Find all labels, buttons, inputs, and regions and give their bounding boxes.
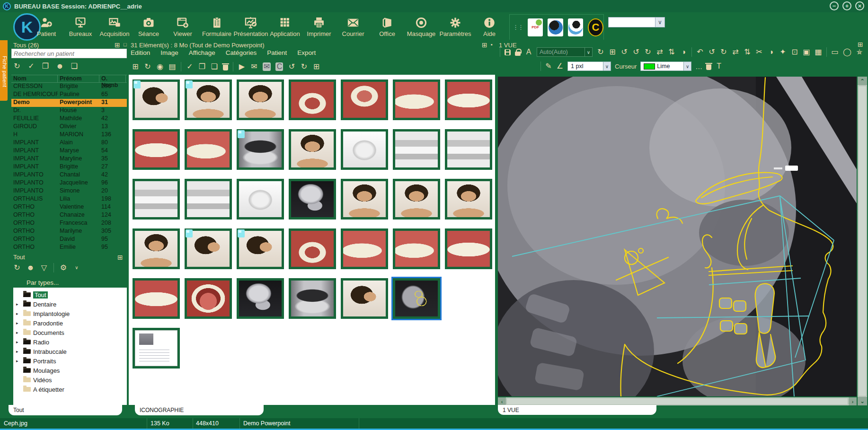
rotate-cw-icon[interactable]: ↻	[720, 48, 727, 56]
viewer-horizontal-scrollbar[interactable]: ‹ ›	[498, 397, 857, 405]
thumbnail-if[interactable]	[445, 228, 492, 269]
tree-item-tout[interactable]: Tout	[13, 290, 127, 299]
scissors-icon[interactable]: ✂	[755, 48, 763, 56]
patient-row[interactable]: IMPLANTMaryse54	[11, 147, 127, 155]
text-tool-icon[interactable]: T	[715, 62, 723, 70]
more-options-button[interactable]: …	[695, 62, 702, 70]
folders-icon[interactable]: ❐	[42, 62, 49, 70]
scroll-down-icon[interactable]: ⌄	[858, 397, 867, 405]
funnel-icon[interactable]: ▽	[40, 263, 48, 272]
toolbar-button-parametres[interactable]: Paramètres	[438, 14, 472, 37]
thumbnail-if[interactable]	[133, 278, 180, 319]
patient-row[interactable]: ORTHOFrancesca208	[11, 219, 127, 228]
expand-arrow-icon[interactable]: ▸	[16, 302, 21, 307]
gear-caret-icon[interactable]: ∨	[73, 263, 80, 272]
ceph-xray-viewport[interactable]	[498, 77, 857, 396]
expand-arrow-icon[interactable]: ▸	[16, 311, 21, 316]
tree-item-intrabuccale[interactable]: ▸Intrabuccale	[13, 347, 127, 356]
patient-row[interactable]: IMPLANTOSimone20	[11, 187, 127, 195]
toolbar-button-office[interactable]: Office	[370, 14, 404, 37]
patient-row[interactable]: IMPLANTMaryline35	[11, 155, 127, 163]
column-header-nom[interactable]: Nom	[11, 75, 58, 82]
tree-header[interactable]: Par types...	[27, 279, 59, 286]
expand-arrow-icon[interactable]: ▸	[16, 330, 21, 335]
flip-v-icon[interactable]: ⇅	[668, 48, 675, 56]
thumbnail-px[interactable]	[237, 129, 284, 170]
thumbnail-is[interactable]	[185, 129, 232, 170]
trash-icon[interactable]	[223, 65, 228, 70]
rotate-cw-icon[interactable]: ↻	[300, 62, 308, 71]
sparkle-icon[interactable]: ✦	[779, 48, 787, 56]
thumbnail-sx[interactable]	[237, 278, 284, 319]
patient-row[interactable]: GIROUDOlivier13	[11, 123, 127, 131]
mail-disabled-icon[interactable]: ✉	[263, 62, 271, 71]
toolbar-button-patient[interactable]: Patient	[29, 14, 63, 37]
toolbar-button-aide[interactable]: Aide	[472, 14, 506, 37]
thumbnail-pp[interactable]	[237, 228, 284, 269]
orca-app-icon[interactable]	[548, 18, 563, 36]
cursor-color-combo[interactable]: Lime∨	[640, 61, 691, 71]
grid-icon[interactable]: ⊞	[312, 62, 320, 71]
tree-item-radio[interactable]: ▸Radio	[13, 337, 127, 347]
rotate-cw-icon[interactable]: ↻	[644, 48, 652, 56]
expand-arrow-icon[interactable]: ▸	[16, 359, 21, 363]
thumbnail-cl[interactable]	[237, 179, 284, 219]
rotate-ccw-icon[interactable]: ↺	[708, 48, 716, 56]
pencil-icon[interactable]: ✎	[545, 62, 552, 70]
select-ellipse-icon[interactable]: ◯	[843, 48, 851, 56]
person-add-icon[interactable]: ☻	[56, 62, 64, 70]
patient-row[interactable]: ORTHOMarilyne305	[11, 228, 127, 236]
paste-icon[interactable]: ❏	[211, 62, 218, 71]
image-alt-icon[interactable]: ▦	[815, 48, 822, 56]
single-view-icon[interactable]: □	[124, 42, 127, 47]
c-disabled-icon[interactable]: C	[275, 62, 283, 71]
grid-win-icon[interactable]: ⊞	[132, 62, 139, 71]
close-button[interactable]: ×	[855, 1, 864, 10]
patient-row[interactable]: ORTHOValentine114	[11, 203, 127, 211]
toolbar-button-courrier[interactable]: Courrier	[336, 14, 370, 37]
toolbar-button-seance[interactable]: Séance	[132, 14, 166, 37]
toolbar-button-masquage[interactable]: Masquage	[404, 14, 438, 37]
pdf-export-icon[interactable]: PDF	[528, 18, 543, 36]
toolbar-button-bureaux[interactable]: Bureaux	[63, 14, 97, 37]
list-settings-icon[interactable]: ▤	[168, 62, 176, 71]
drag-handle-icon[interactable]: ⋮⋮	[513, 24, 523, 31]
maximize-button[interactable]: +	[842, 1, 851, 10]
thumbnail-iu[interactable]	[289, 228, 336, 269]
crop-frame-icon[interactable]: ⊡	[791, 48, 798, 56]
thumbnail-cf[interactable]	[185, 179, 232, 219]
toolbar-button-formulaire[interactable]: Formulaire	[200, 14, 234, 37]
minimize-button[interactable]: −	[830, 1, 839, 10]
palette-icon[interactable]: ◑	[680, 48, 687, 56]
tree-item-moulages[interactable]: Moulages	[13, 366, 127, 375]
expand-arrow-icon[interactable]: ▸	[16, 349, 21, 354]
gear-icon[interactable]: ⚙	[60, 263, 67, 272]
image-icon[interactable]: ▣	[803, 48, 810, 56]
thumbnail-if[interactable]	[445, 79, 492, 120]
menu-catégories[interactable]: Catégories	[226, 49, 257, 56]
c-badge-app-icon[interactable]: C	[588, 18, 603, 36]
angle-measure-icon[interactable]: ∠	[556, 62, 564, 70]
thumbnail-pp[interactable]	[185, 228, 232, 269]
patient-row[interactable]: IMPLANTOChantal42	[11, 171, 127, 179]
thumbnail-pf[interactable]	[237, 79, 284, 120]
menu-image[interactable]: Image	[160, 49, 178, 56]
patient-row[interactable]: ORTHOChanaize124	[11, 211, 127, 219]
tree-item-parodontie[interactable]: ▸Parodontie	[13, 318, 127, 328]
patient-row[interactable]: IMPLANTBrigitte27	[11, 163, 127, 171]
export-list-icon[interactable]: ❏	[71, 62, 78, 70]
patient-row[interactable]: CRESSONBrigitte296	[11, 83, 127, 91]
expand-arrow-icon[interactable]: ▸	[16, 321, 21, 325]
thumbnail-ct[interactable]	[393, 278, 440, 319]
toolbar-button-viewer[interactable]: Viewer	[166, 14, 200, 37]
undo-icon[interactable]: ↶	[696, 48, 704, 56]
tree-item-vidos[interactable]: Vidéos	[13, 375, 127, 385]
refresh-icon[interactable]: ↻	[13, 263, 21, 272]
menu-affichage[interactable]: Affichage	[189, 49, 215, 56]
patient-row[interactable]: Dr.House3	[11, 107, 127, 115]
select-star-icon[interactable]: ☆	[856, 48, 863, 56]
palette-icon[interactable]: ◑	[767, 48, 775, 56]
thumbnail-is[interactable]	[393, 228, 440, 269]
expand-arrow-icon[interactable]: ▸	[16, 340, 21, 344]
thumbnail-pp[interactable]	[133, 79, 180, 120]
